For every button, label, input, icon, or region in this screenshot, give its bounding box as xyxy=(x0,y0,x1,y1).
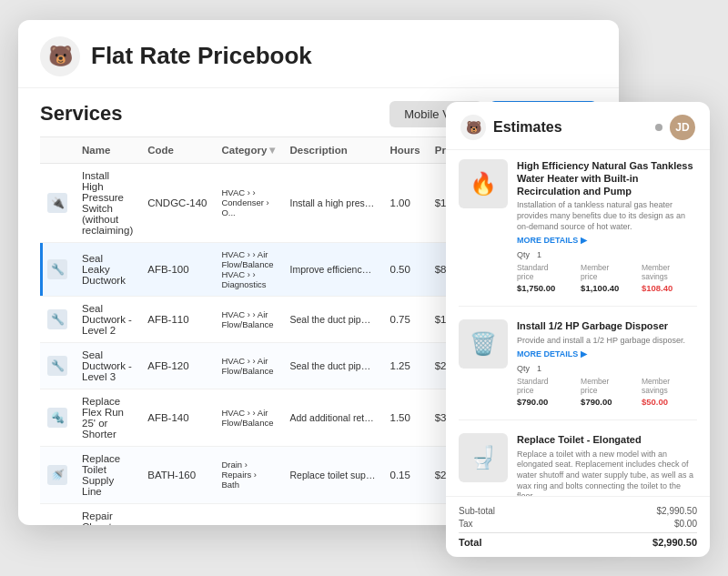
estimate-item: 🗑️ Install 1/2 HP Garbage Disposer Provi… xyxy=(459,319,697,420)
row-icon-cell: 🚿 xyxy=(40,446,75,503)
row-name: Replace Toilet Supply Line xyxy=(75,446,140,503)
row-description: Add additional return air piping (25' or… xyxy=(282,389,382,446)
standard-price-value: $790.00 xyxy=(517,397,566,407)
row-hours: 0.50 xyxy=(382,242,427,296)
estimates-footer: Sub-total $2,990.50 Tax $0.00 Total $2,9… xyxy=(446,496,710,557)
row-icon-cell: 🔌 xyxy=(40,163,75,242)
row-code: BATH-170 xyxy=(140,503,214,525)
estimate-content: Install 1/2 HP Garbage Disposer Provide … xyxy=(517,319,697,407)
estimate-image: 🔥 xyxy=(459,159,508,208)
row-description: Seal the duct pipes that distribute cond… xyxy=(282,342,382,389)
member-price-col: Member price $1,100.40 xyxy=(581,263,627,293)
footer-subtotal-row: Sub-total $2,990.50 xyxy=(459,506,697,516)
col-hours: Hours xyxy=(382,136,427,163)
row-icon-cell: 🔧 xyxy=(40,342,75,389)
estimate-more-details[interactable]: MORE DETAILS ▶ xyxy=(517,349,697,359)
services-title: Services xyxy=(40,102,123,126)
pricebook-header: 🐻 Flat Rate Pricebook xyxy=(18,20,619,88)
qty-value: 1 xyxy=(537,250,541,259)
member-price-label: Member price xyxy=(581,263,627,281)
row-name: Seal Leaky Ductwork xyxy=(75,242,140,296)
row-description: Seal the duct pipes that distribute cond… xyxy=(282,296,382,342)
savings-label: Member savings xyxy=(642,263,697,281)
col-name: Name xyxy=(75,136,140,163)
row-category: HVAC › › Condenser › O... xyxy=(214,163,282,242)
tax-label: Tax xyxy=(459,519,473,529)
member-price-label: Member price xyxy=(581,377,627,395)
estimate-qty-row: Qty 1 xyxy=(517,364,697,373)
estimate-item: 🚽 Replace Toilet - Elongated Replace a t… xyxy=(459,433,697,495)
estimates-title-row: 🐻 Estimates xyxy=(460,115,562,140)
footer-total-row: Total $2,990.50 xyxy=(459,532,697,548)
row-icon-cell: 🔧 xyxy=(40,503,75,525)
estimate-qty-row: Qty 1 xyxy=(517,250,697,259)
row-description: Install new mounting hardware at the flo… xyxy=(282,503,382,525)
service-icon: 🔩 xyxy=(47,408,67,428)
estimate-description: Replace a toilet with a new model with a… xyxy=(517,450,697,496)
estimate-name: Install 1/2 HP Garbage Disposer xyxy=(517,319,697,332)
estimate-name: Replace Toilet - Elongated xyxy=(517,433,697,446)
col-description: Description xyxy=(282,136,382,163)
estimate-pricing: Standard price $790.00 Member price $790… xyxy=(517,377,697,407)
standard-price-col: Standard price $1,750.00 xyxy=(517,263,566,293)
user-avatar: JD xyxy=(670,115,695,140)
status-dot xyxy=(655,124,662,131)
row-description: Install a high pressure safety switch on… xyxy=(282,163,382,242)
row-description: Replace toilet supply line. xyxy=(282,446,382,503)
estimates-panel: 🐻 Estimates JD 🔥 High Efficiency Natural… xyxy=(446,102,710,557)
row-code: AFB-140 xyxy=(140,389,214,446)
col-category: Category ▾ xyxy=(214,136,282,163)
row-icon-cell: 🔩 xyxy=(40,389,75,446)
service-icon: 🔌 xyxy=(47,193,67,213)
row-name: Replace Flex Run 25' or Shorter xyxy=(75,389,140,446)
estimates-logo: 🐻 xyxy=(460,115,486,140)
pricebook-title: Flat Rate Pricebook xyxy=(91,42,312,70)
col-code: Code xyxy=(140,136,214,163)
qty-label: Qty xyxy=(517,250,530,259)
service-icon: 🔧 xyxy=(47,309,67,329)
estimate-content: High Efficiency Natural Gas Tankless Wat… xyxy=(517,159,697,294)
estimate-image: 🗑️ xyxy=(459,319,508,369)
estimate-item: 🔥 High Efficiency Natural Gas Tankless W… xyxy=(459,159,697,308)
scene: 🐻 Flat Rate Pricebook Services Mobile Vi… xyxy=(18,20,710,557)
footer-tax-row: Tax $0.00 xyxy=(459,519,697,529)
row-hours: 0.15 xyxy=(382,446,427,503)
row-category: HVAC › › Air Flow/Balance xyxy=(214,296,282,342)
row-hours: 1.50 xyxy=(382,389,427,446)
row-code: CNDGC-140 xyxy=(140,163,214,242)
col-icon xyxy=(40,136,75,163)
qty-label: Qty xyxy=(517,364,530,373)
estimate-description: Installation of a tankless natural gas h… xyxy=(517,200,697,232)
row-category: Drain › Repairs › Bath xyxy=(214,446,282,503)
row-name: Seal Ductwork - Level 2 xyxy=(75,296,140,342)
row-code: AFB-100 xyxy=(140,242,214,296)
row-name: Repair Closet Flange with Toilet Flange … xyxy=(75,503,140,525)
row-category: Drain › Repairs › Bath xyxy=(214,503,282,525)
row-hours: 1.00 xyxy=(382,163,427,242)
estimate-image: 🚽 xyxy=(459,433,508,482)
row-name: Install High Pressure Switch (without re… xyxy=(75,163,140,242)
row-hours: 1.00 xyxy=(382,503,427,525)
estimates-body: 🔥 High Efficiency Natural Gas Tankless W… xyxy=(446,150,710,496)
estimates-header-right: JD xyxy=(655,115,695,140)
qty-value: 1 xyxy=(537,364,541,373)
estimate-pricing: Standard price $1,750.00 Member price $1… xyxy=(517,263,697,293)
row-hours: 1.25 xyxy=(382,342,427,389)
row-code: AFB-120 xyxy=(140,342,214,389)
subtotal-label: Sub-total xyxy=(459,506,495,516)
standard-price-value: $1,750.00 xyxy=(517,283,566,293)
row-hours: 0.75 xyxy=(382,296,427,342)
estimate-description: Provide and install a 1/2 HP garbage dis… xyxy=(517,336,697,347)
total-label: Total xyxy=(459,537,481,548)
estimate-more-details[interactable]: MORE DETAILS ▶ xyxy=(517,236,697,245)
service-icon: 🚿 xyxy=(47,465,67,485)
estimate-name: High Efficiency Natural Gas Tankless Wat… xyxy=(517,159,697,198)
member-price-col: Member price $790.00 xyxy=(581,377,627,407)
pricebook-logo: 🐻 xyxy=(40,36,80,76)
savings-value: $50.00 xyxy=(642,397,697,407)
total-value: $2,990.50 xyxy=(652,537,697,548)
tax-value: $0.00 xyxy=(674,519,697,529)
savings-col: Member savings $108.40 xyxy=(642,263,697,293)
row-code: BATH-160 xyxy=(140,446,214,503)
row-icon-cell: 🔧 xyxy=(40,242,75,296)
